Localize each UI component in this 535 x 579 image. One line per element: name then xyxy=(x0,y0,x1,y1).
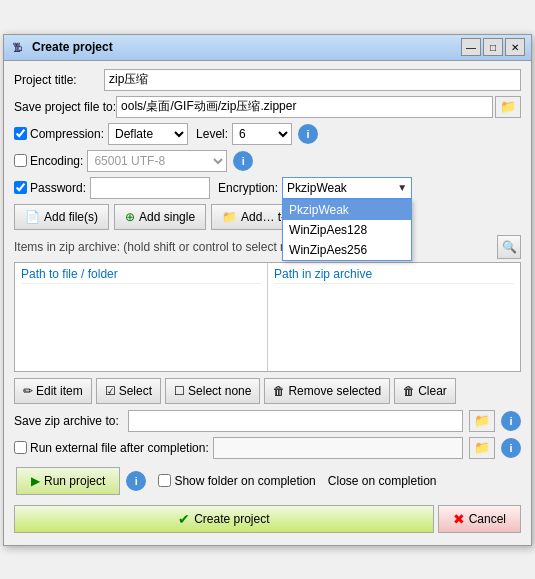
archive-info-row: Items in zip archive: (hold shift or con… xyxy=(14,235,521,259)
info-icon4: i xyxy=(509,442,512,454)
info-icon: i xyxy=(307,128,310,140)
path-column-header: Path to file / folder xyxy=(21,267,261,284)
encryption-dropdown-menu: PkzipWeak WinZipAes128 WinZipAes256 xyxy=(282,199,412,261)
save-zip-row: Save zip archive to: 📁 i xyxy=(14,410,521,432)
folder-icon3: 📁 xyxy=(474,440,490,455)
search-icon: 🔍 xyxy=(502,240,517,254)
run-project-info-button[interactable]: i xyxy=(126,471,146,491)
show-folder-checkbox[interactable] xyxy=(158,474,171,487)
zip-path-column: Path in zip archive xyxy=(268,263,520,371)
add-single-label: Add single xyxy=(139,210,195,224)
window-title: Create project xyxy=(32,40,461,54)
close-button[interactable]: ✕ xyxy=(505,38,525,56)
create-project-button[interactable]: ✔ Create project xyxy=(14,505,434,533)
select-none-label: Select none xyxy=(188,384,251,398)
compression-checkbox-label: Compression: xyxy=(14,127,104,141)
add-single-button[interactable]: ⊕ Add single xyxy=(114,204,206,230)
encoding-checkbox[interactable] xyxy=(14,154,27,167)
save-project-row: Save project file to: 📁 xyxy=(14,96,521,118)
run-external-label: Run external file after completion: xyxy=(30,441,209,455)
compression-checkbox[interactable] xyxy=(14,127,27,140)
archive-table: Path to file / folder Path in zip archiv… xyxy=(14,262,521,372)
info-icon3: i xyxy=(509,415,512,427)
project-title-row: Project title: xyxy=(14,69,521,91)
folder-icon2: 📁 xyxy=(474,413,490,428)
remove-selected-label: Remove selected xyxy=(288,384,381,398)
final-row: ✔ Create project ✖ Cancel xyxy=(14,501,521,537)
zip-path-column-header: Path in zip archive xyxy=(274,267,514,284)
add-top-level-icon: 📁 xyxy=(222,210,237,224)
select-icon: ☑ xyxy=(105,384,116,398)
save-zip-input[interactable] xyxy=(128,410,463,432)
encoding-select[interactable]: 65001 UTF-8 xyxy=(87,150,227,172)
pencil-icon: ✏ xyxy=(23,384,33,398)
run-external-info-button[interactable]: i xyxy=(501,438,521,458)
run-project-button[interactable]: ▶ Run project xyxy=(16,467,120,495)
info-icon2: i xyxy=(242,155,245,167)
content-area: Project title: Save project file to: 📁 C… xyxy=(4,61,531,545)
encryption-option-winzipaes256[interactable]: WinZipAes256 xyxy=(283,240,411,260)
action-bar: ✏ Edit item ☑ Select ☐ Select none 🗑 Rem… xyxy=(14,378,521,404)
create-project-label: Create project xyxy=(194,512,269,526)
run-external-folder-button[interactable]: 📁 xyxy=(469,437,495,459)
encryption-label: Encryption: xyxy=(218,181,278,195)
clear-button[interactable]: 🗑 Clear xyxy=(394,378,456,404)
close-on-text: Close on completion xyxy=(328,474,437,488)
run-external-input[interactable] xyxy=(213,437,463,459)
clear-label: Clear xyxy=(418,384,447,398)
maximize-button[interactable]: □ xyxy=(483,38,503,56)
title-bar-buttons: — □ ✕ xyxy=(461,38,525,56)
path-column: Path to file / folder xyxy=(15,263,268,371)
encoding-info-button[interactable]: i xyxy=(233,151,253,171)
encryption-option-winzipaes128[interactable]: WinZipAes128 xyxy=(283,220,411,240)
cancel-button[interactable]: ✖ Cancel xyxy=(438,505,521,533)
run-external-row: Run external file after completion: 📁 i xyxy=(14,437,521,459)
edit-item-button[interactable]: ✏ Edit item xyxy=(14,378,92,404)
save-project-input[interactable] xyxy=(116,96,493,118)
run-external-checkbox[interactable] xyxy=(14,441,27,454)
remove-icon: 🗑 xyxy=(273,384,285,398)
select-none-button[interactable]: ☐ Select none xyxy=(165,378,260,404)
project-title-input[interactable] xyxy=(104,69,521,91)
check-icon: ✔ xyxy=(178,511,190,527)
password-checkbox[interactable] xyxy=(14,181,27,194)
title-bar: 🗜 Create project — □ ✕ xyxy=(4,35,531,61)
select-label: Select xyxy=(119,384,152,398)
project-title-label: Project title: xyxy=(14,73,104,87)
compression-select[interactable]: Deflate xyxy=(108,123,188,145)
search-button[interactable]: 🔍 xyxy=(497,235,521,259)
window-icon: 🗜 xyxy=(10,39,26,55)
compression-row: Compression: Deflate Level: 6 i xyxy=(14,123,521,145)
remove-selected-button[interactable]: 🗑 Remove selected xyxy=(264,378,390,404)
folder-icon: 📁 xyxy=(500,99,516,114)
minimize-button[interactable]: — xyxy=(461,38,481,56)
show-folder-text: Show folder on completion xyxy=(174,474,315,488)
save-zip-info-button[interactable]: i xyxy=(501,411,521,431)
level-label: Level: xyxy=(196,127,228,141)
encoding-row: Encoding: 65001 UTF-8 i xyxy=(14,150,521,172)
add-single-icon: ⊕ xyxy=(125,210,135,224)
x-icon: ✖ xyxy=(453,511,465,527)
select-button[interactable]: ☑ Select xyxy=(96,378,161,404)
add-files-label: Add file(s) xyxy=(44,210,98,224)
save-project-folder-button[interactable]: 📁 xyxy=(495,96,521,118)
add-files-button[interactable]: 📄 Add file(s) xyxy=(14,204,109,230)
encryption-option-pkzipweak[interactable]: PkzipWeak xyxy=(283,200,411,220)
encryption-container: PkzipWeak ▼ PkzipWeak WinZipAes128 WinZi… xyxy=(282,177,412,199)
show-folder-label: Show folder on completion xyxy=(158,474,315,488)
save-zip-folder-button[interactable]: 📁 xyxy=(469,410,495,432)
edit-item-label: Edit item xyxy=(36,384,83,398)
password-row: Password: Encryption: PkzipWeak ▼ PkzipW… xyxy=(14,177,521,199)
add-files-icon: 📄 xyxy=(25,210,40,224)
password-label: Password: xyxy=(30,181,86,195)
run-external-checkbox-label: Run external file after completion: xyxy=(14,441,209,455)
encryption-select-box[interactable]: PkzipWeak ▼ xyxy=(282,177,412,199)
level-select[interactable]: 6 xyxy=(232,123,292,145)
encoding-checkbox-label: Encoding: xyxy=(14,154,83,168)
password-input[interactable] xyxy=(90,177,210,199)
compression-info-button[interactable]: i xyxy=(298,124,318,144)
run-icon: ▶ xyxy=(31,474,40,488)
encryption-selected-value: PkzipWeak xyxy=(287,181,397,195)
select-none-icon: ☐ xyxy=(174,384,185,398)
run-project-label: Run project xyxy=(44,474,105,488)
